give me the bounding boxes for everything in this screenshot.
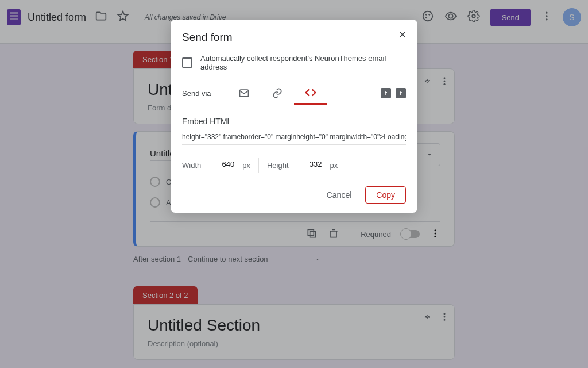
social-share: f t [381,88,406,98]
embed-title: Embed HTML [182,117,406,126]
height-label: Height [267,161,289,170]
height-unit: px [330,161,338,170]
collect-email-label: Automatically collect respondent's Neuro… [200,54,406,71]
embed-code-field[interactable]: height="332" frameborder="0" marginheigh… [182,133,406,145]
tab-embed[interactable] [294,82,327,105]
send-form-dialog: Send form Automatically collect responde… [171,20,417,213]
width-label: Width [182,161,201,170]
tab-link[interactable] [261,82,294,105]
divider [258,158,259,172]
tab-email[interactable] [227,82,261,105]
cancel-button[interactable]: Cancel [321,187,358,203]
collect-email-row[interactable]: Automatically collect respondent's Neuro… [182,54,406,71]
twitter-icon[interactable]: t [396,88,406,98]
close-icon[interactable] [397,29,408,43]
height-input[interactable]: 332 [297,160,322,170]
width-input[interactable]: 640 [209,160,234,170]
dimensions-row: Width 640 px Height 332 px [182,158,406,172]
width-unit: px [242,161,250,170]
send-via-label: Send via [182,89,211,98]
dialog-actions: Cancel Copy [182,186,406,204]
facebook-icon[interactable]: f [381,88,391,98]
dialog-title: Send form [182,31,406,44]
copy-button[interactable]: Copy [365,186,406,204]
collect-email-checkbox[interactable] [182,57,192,68]
send-via-tabs: Send via f t [182,82,406,105]
